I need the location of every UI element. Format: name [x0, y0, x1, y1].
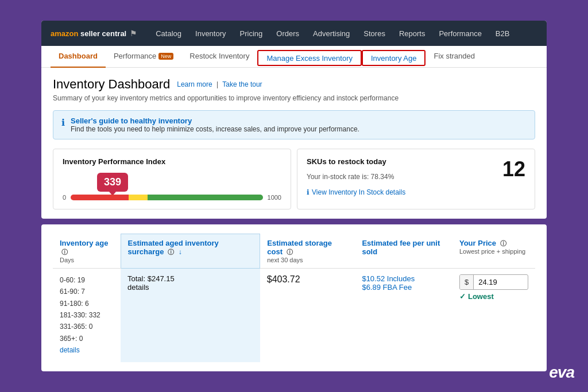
td-aged-surcharge: Total: $247.15 details	[121, 268, 260, 362]
nav-inventory[interactable]: Inventory	[188, 21, 233, 46]
ipi-bar-row: 0 1000	[63, 194, 281, 201]
aged-surcharge-total: Total: $247.15	[127, 274, 253, 283]
th-aged-surcharge: Estimated aged inventory surcharge ⓘ ↓	[121, 234, 260, 269]
eva-logo: eva	[549, 363, 574, 382]
sku-link[interactable]: ℹ View Inventory In Stock details	[307, 188, 525, 196]
content-area: Inventory Dashboard Learn more | Take th…	[41, 68, 547, 219]
info-icon: ℹ	[61, 117, 65, 128]
subnav-performance[interactable]: Performance New	[106, 46, 181, 68]
page-title: Inventory Dashboard	[53, 77, 170, 92]
sku-count-row: SKUs to restock today Your in-stock rate…	[307, 157, 525, 181]
nav-performance[interactable]: Performance	[432, 21, 488, 46]
page-title-row: Inventory Dashboard Learn more | Take th…	[53, 77, 535, 92]
page-title-links: Learn more | Take the tour	[177, 80, 262, 88]
page-subtitle: Summary of your key inventory metrics an…	[53, 94, 535, 102]
td-price: $ 24.19 ✓ Lowest	[452, 268, 535, 362]
ipi-bar-min: 0	[63, 194, 66, 201]
storage-cost-value: $403.72	[267, 274, 349, 285]
price-value[interactable]: 24.19	[474, 275, 528, 289]
ipi-score-bubble: 339	[97, 173, 128, 192]
nav-orders[interactable]: Orders	[269, 21, 306, 46]
flag-icon: ⚑	[130, 29, 137, 38]
ipi-bar-max: 1000	[268, 194, 281, 201]
info-icon-inv-age: ⓘ	[61, 249, 68, 255]
th-price: Your Price ⓘ Lowest price + shipping	[452, 234, 535, 269]
bottom-table: Inventory age ⓘ Days Estimated aged inve…	[53, 234, 535, 362]
navbar: amazon seller central ⚑ Catalog Inventor…	[41, 21, 547, 46]
th-fee: Estimated fee per unit sold	[355, 234, 452, 269]
td-inventory-age: 0-60: 19 61-90: 7 91-180: 6 181-330: 332…	[53, 268, 121, 362]
down-arrow-icon: ↓	[179, 248, 182, 256]
subnav-restock[interactable]: Restock Inventory	[181, 46, 257, 68]
ipi-card-title: Inventory Performance Index	[63, 157, 281, 166]
info-icon-storage: ⓘ	[287, 249, 293, 255]
seller-guide-title: Seller's guide to healthy inventory	[71, 117, 359, 125]
brand: amazon seller central ⚑	[51, 29, 137, 38]
nav-pricing[interactable]: Pricing	[233, 21, 270, 46]
price-input-row: $ 24.19	[459, 274, 528, 290]
sku-count: 12	[502, 157, 525, 181]
subnav-manage-excess[interactable]: Manage Excess Inventory	[257, 50, 362, 66]
lowest-badge: ✓ Lowest	[459, 292, 528, 301]
sku-instock: Your in-stock rate is: 78.34%	[307, 173, 394, 181]
ipi-card: Inventory Performance Index 339 0 1000	[53, 149, 291, 209]
subnav-inventory-age[interactable]: Inventory Age	[362, 50, 426, 66]
nav-reports[interactable]: Reports	[392, 21, 432, 46]
top-card: amazon seller central ⚑ Catalog Inventor…	[41, 21, 547, 219]
sku-card: SKUs to restock today Your in-stock rate…	[297, 149, 535, 209]
new-badge: New	[158, 53, 173, 60]
nav-b2b[interactable]: B2B	[489, 21, 517, 46]
inventory-age-list: 0-60: 19 61-90: 7 91-180: 6 181-330: 332…	[60, 274, 114, 356]
td-fee: $10.52 Includes$6.89 FBA Fee	[355, 268, 452, 362]
info-icon-sku: ℹ	[307, 188, 310, 196]
th-inventory-age: Inventory age ⓘ Days	[53, 234, 121, 269]
seller-guide-banner: ℹ Seller's guide to healthy inventory Fi…	[53, 110, 535, 139]
nav-stores[interactable]: Stores	[357, 21, 392, 46]
th-storage-cost: Estimated storage cost ⓘ next 30 days	[260, 234, 355, 269]
seller-guide-text: Seller's guide to healthy inventory Find…	[71, 117, 359, 133]
nav-catalog[interactable]: Catalog	[149, 21, 188, 46]
ipi-gauge: 339 0 1000	[63, 173, 281, 201]
metrics-row: Inventory Performance Index 339 0 1000	[53, 149, 535, 209]
nav-items: Catalog Inventory Pricing Orders Adverti…	[149, 21, 516, 46]
check-icon: ✓	[459, 292, 466, 301]
take-tour-link[interactable]: Take the tour	[222, 80, 262, 88]
amazon-logo: amazon seller central	[51, 29, 126, 38]
price-dollar-sign: $	[460, 275, 474, 289]
ipi-bar	[71, 195, 262, 200]
inv-age-details-link[interactable]: details	[60, 344, 114, 356]
info-icon-surcharge: ⓘ	[168, 249, 174, 255]
subnav-dashboard[interactable]: Dashboard	[51, 46, 106, 68]
fee-link[interactable]: $10.52 Includes$6.89 FBA Fee	[362, 274, 446, 292]
learn-more-link[interactable]: Learn more	[177, 80, 212, 88]
info-icon-price: ⓘ	[500, 240, 506, 247]
outer-wrapper: amazon seller central ⚑ Catalog Inventor…	[41, 21, 547, 371]
sku-card-title: SKUs to restock today	[307, 157, 394, 166]
subnav-fix-stranded[interactable]: Fix stranded	[425, 46, 483, 68]
subnav: Dashboard Performance New Restock Invent…	[41, 46, 547, 68]
nav-advertising[interactable]: Advertising	[306, 21, 357, 46]
td-storage-cost: $403.72	[260, 268, 355, 362]
aged-surcharge-details-link[interactable]: details	[127, 283, 253, 292]
bottom-card: Inventory age ⓘ Days Estimated aged inve…	[41, 224, 547, 371]
seller-guide-desc: Find the tools you need to help minimize…	[71, 125, 359, 133]
